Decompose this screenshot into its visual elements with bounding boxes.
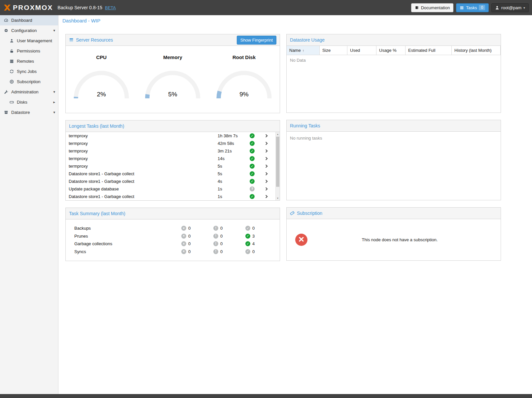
scrollbar-thumb[interactable] bbox=[276, 137, 279, 187]
open-task-button[interactable] bbox=[261, 142, 271, 145]
scroll-down-icon[interactable]: ▼ bbox=[276, 196, 280, 200]
scroll-up-icon[interactable]: ▲ bbox=[276, 132, 280, 136]
ok-count: 3 bbox=[252, 234, 255, 239]
task-row[interactable]: termproxy42m 58s✓ bbox=[66, 140, 275, 147]
warning-status-icon: ! bbox=[213, 226, 218, 231]
task-duration: 4s bbox=[218, 179, 250, 184]
warning-stat: !0 bbox=[213, 249, 245, 254]
task-row[interactable]: termproxy1h 38m 7s✓ bbox=[66, 132, 275, 140]
gauge-arc: 5% bbox=[143, 68, 202, 99]
tasks-count-badge: 0 bbox=[479, 5, 485, 10]
open-task-button[interactable] bbox=[261, 195, 271, 198]
task-row[interactable]: Datastore store1 - Garbage collect4s✓ bbox=[66, 178, 275, 185]
open-task-button[interactable] bbox=[261, 173, 271, 175]
sidebar-item-administration[interactable]: Administration▾ bbox=[0, 87, 58, 97]
gauge-label: Root Disk bbox=[214, 54, 274, 60]
warning-count: 0 bbox=[220, 249, 223, 254]
warning-count: 0 bbox=[220, 234, 223, 239]
task-status: ✓ bbox=[250, 156, 261, 161]
warning-status-icon: ! bbox=[213, 234, 218, 239]
task-row[interactable]: Datastore store1 - Garbage collect5s✓ bbox=[66, 170, 275, 178]
chevron-right-icon bbox=[264, 149, 267, 153]
task-status: ✓ bbox=[250, 164, 261, 169]
subscription-title: Subscription bbox=[297, 211, 322, 216]
column-label: Size bbox=[322, 48, 331, 53]
ok-status-icon: ✓ bbox=[250, 164, 255, 169]
open-task-button[interactable] bbox=[261, 135, 271, 137]
column-header-size[interactable]: Size bbox=[320, 46, 347, 55]
book-icon bbox=[415, 6, 419, 10]
error-stat: ×0 bbox=[181, 241, 213, 246]
expander-down-icon[interactable]: ▾ bbox=[53, 110, 55, 115]
ok-status-icon: ✓ bbox=[250, 156, 255, 161]
datastore-usage-panel: Datastore Usage Name↑SizeUsedUsage %Esti… bbox=[286, 34, 501, 113]
task-row[interactable]: Update package database1s? bbox=[66, 185, 275, 193]
user-menu-button[interactable]: root@pam ▾ bbox=[491, 3, 529, 12]
column-label: Usage % bbox=[379, 48, 397, 53]
error-stat: ×0 bbox=[181, 249, 213, 254]
error-count: 0 bbox=[188, 226, 191, 231]
sidebar-item-subscription[interactable]: Subscription bbox=[0, 77, 58, 87]
sidebar-item-sync-jobs[interactable]: Sync Jobs bbox=[0, 66, 58, 77]
open-task-button[interactable] bbox=[261, 157, 271, 160]
column-header-usage[interactable]: Usage % bbox=[376, 46, 406, 55]
open-task-button[interactable] bbox=[261, 188, 271, 190]
chevron-right-icon bbox=[264, 172, 267, 176]
task-name: termproxy bbox=[69, 141, 218, 146]
show-fingerprint-button[interactable]: Show Fingerprint bbox=[237, 36, 276, 45]
task-row[interactable]: termproxy3m 21s✓ bbox=[66, 147, 275, 155]
tasks-button[interactable]: Tasks 0 bbox=[456, 3, 489, 12]
column-header-history-last-month[interactable]: History (last Month) bbox=[452, 46, 501, 55]
chevron-right-icon bbox=[264, 134, 267, 138]
sidebar-item-disks[interactable]: Disks▸ bbox=[0, 97, 58, 107]
beta-link[interactable]: BETA bbox=[105, 5, 116, 10]
task-name: termproxy bbox=[69, 133, 218, 138]
column-header-used[interactable]: Used bbox=[347, 46, 376, 55]
expander-down-icon[interactable]: ▾ bbox=[53, 90, 55, 94]
sidebar-item-configuration[interactable]: Configuration▾ bbox=[0, 25, 58, 36]
bottom-bar bbox=[0, 394, 532, 398]
chevron-right-icon bbox=[264, 187, 267, 191]
column-header-name[interactable]: Name↑ bbox=[287, 46, 320, 55]
warning-stat: !0 bbox=[213, 241, 245, 246]
sidebar-item-label: User Management bbox=[17, 38, 52, 43]
sidebar-item-remotes[interactable]: Remotes bbox=[0, 56, 58, 66]
open-task-button[interactable] bbox=[261, 150, 271, 152]
open-task-button[interactable] bbox=[261, 165, 271, 167]
sidebar-item-label: Dashboard bbox=[11, 18, 32, 23]
task-row[interactable]: termproxy14s✓ bbox=[66, 155, 275, 162]
longest-tasks-panel: Longest Tasks (last Month) termproxy1h 3… bbox=[65, 120, 280, 201]
sidebar-item-user-management[interactable]: User Management bbox=[0, 36, 58, 46]
task-name: Datastore store1 - Garbage collect bbox=[69, 179, 218, 184]
column-label: History (last Month) bbox=[454, 48, 492, 53]
sidebar-item-permissions[interactable]: Permissions bbox=[0, 46, 58, 56]
sidebar-item-datastore[interactable]: Datastore▾ bbox=[0, 107, 58, 117]
task-row[interactable]: Datastore store1 - Garbage collect1s✓ bbox=[66, 193, 275, 200]
ok-stat: ✓0 bbox=[245, 226, 277, 231]
hdd-icon bbox=[9, 100, 14, 104]
ok-count: 0 bbox=[252, 249, 255, 254]
task-name: Datastore store1 - Garbage collect bbox=[69, 194, 218, 199]
ok-status-icon: ✓ bbox=[245, 234, 250, 239]
open-task-button[interactable] bbox=[261, 180, 271, 182]
documentation-button[interactable]: Documentation bbox=[411, 3, 453, 12]
ok-status-icon: ✓ bbox=[250, 179, 255, 184]
task-duration: 42m 58s bbox=[218, 141, 250, 146]
scrollbar[interactable]: ▲ ▼ bbox=[275, 132, 280, 200]
unknown-status-icon: ? bbox=[250, 186, 255, 191]
task-row[interactable]: termproxy5s✓ bbox=[66, 162, 275, 170]
proxmox-logo[interactable]: PROXMOX bbox=[3, 4, 53, 12]
expander-down-icon[interactable]: ▾ bbox=[53, 28, 55, 33]
user-icon bbox=[495, 6, 499, 10]
longest-tasks-list: termproxy1h 38m 7s✓termproxy42m 58s✓term… bbox=[66, 132, 275, 200]
main-area: Dashboard - WIP Server Resources Show Fi… bbox=[58, 15, 532, 394]
tasks-label: Tasks bbox=[466, 5, 477, 10]
sidebar-item-label: Administration bbox=[11, 89, 38, 94]
gauge-arc: 2% bbox=[72, 68, 131, 99]
expander-right-icon[interactable]: ▸ bbox=[53, 100, 55, 104]
ok-stat: ✓0 bbox=[245, 249, 277, 254]
warning-status-icon: ! bbox=[213, 249, 218, 254]
brand-text: PROXMOX bbox=[13, 4, 53, 12]
column-header-estimated-full[interactable]: Estimated Full bbox=[406, 46, 452, 55]
sidebar-item-dashboard[interactable]: Dashboard bbox=[0, 15, 58, 25]
